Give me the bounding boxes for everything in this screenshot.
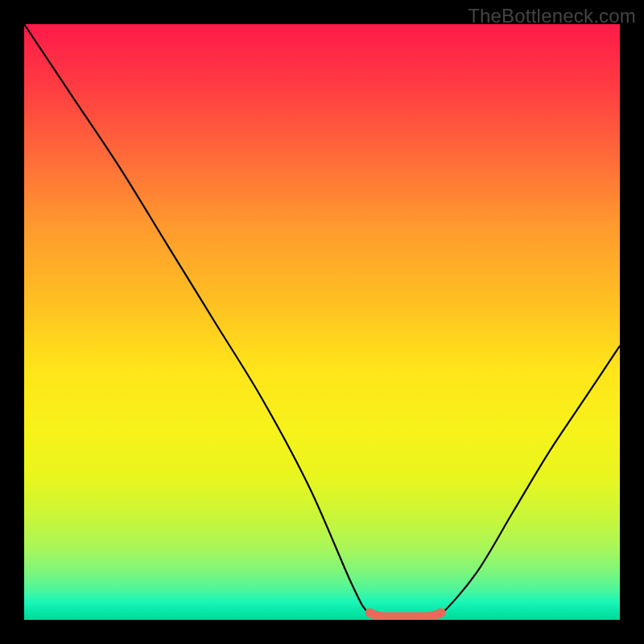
curve-layer (24, 24, 620, 620)
bottleneck-curve-path (24, 24, 620, 620)
chart-container: TheBottleneck.com (0, 0, 644, 644)
watermark-text: TheBottleneck.com (468, 5, 636, 27)
plot-area (24, 24, 620, 620)
bottom-segment-marker (369, 613, 441, 617)
